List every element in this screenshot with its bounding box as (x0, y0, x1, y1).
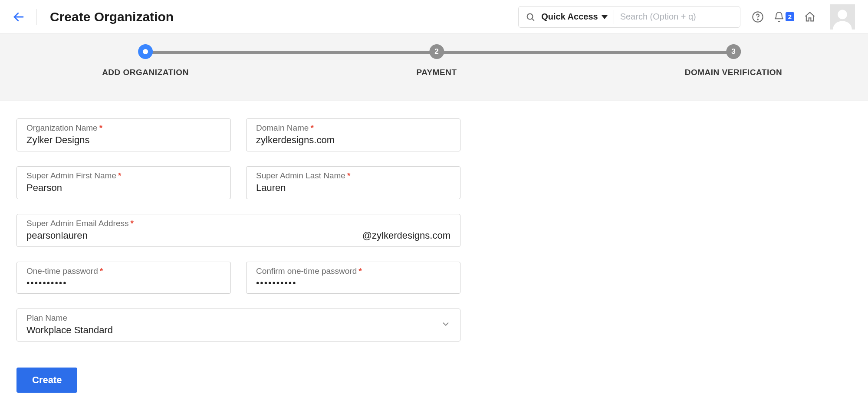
step-circle-3: 3 (726, 44, 741, 59)
create-button[interactable]: Create (16, 368, 77, 393)
step-label: ADD ORGANIZATION (102, 68, 189, 77)
last-name-field: Super Admin Last Name* (246, 166, 460, 199)
header-actions: 2 (752, 4, 855, 30)
field-label: Confirm one-time password* (256, 266, 450, 276)
step-circle-1 (138, 44, 153, 59)
field-label: Plan Name (26, 313, 450, 323)
svg-line-2 (532, 19, 534, 20)
step-label: DOMAIN VERIFICATION (685, 68, 782, 77)
step-domain-verification[interactable]: 3 DOMAIN VERIFICATION (685, 44, 782, 77)
search-divider (614, 10, 614, 24)
header: Create Organization Quick Access 2 (0, 0, 868, 34)
bell-icon (773, 11, 785, 23)
arrow-left-icon (12, 10, 25, 23)
form-area: Organization Name* Domain Name* Super Ad… (0, 101, 868, 410)
notification-badge: 2 (786, 12, 794, 21)
back-button[interactable] (11, 10, 26, 24)
field-label: Super Admin First Name* (26, 171, 221, 181)
plan-value: Workplace Standard (26, 325, 450, 336)
page-title: Create Organization (50, 10, 174, 24)
org-name-field: Organization Name* (16, 118, 231, 151)
stepper: ADD ORGANIZATION 2 PAYMENT 3 DOMAIN VERI… (0, 34, 868, 101)
chevron-down-icon (441, 319, 450, 331)
quick-access-label: Quick Access (541, 12, 598, 22)
search-input[interactable] (620, 12, 733, 22)
first-name-field: Super Admin First Name* (16, 166, 231, 199)
domain-name-field: Domain Name* (246, 118, 460, 151)
search-bar: Quick Access (518, 6, 740, 28)
quick-access-dropdown[interactable]: Quick Access (541, 12, 607, 22)
last-name-input[interactable] (256, 182, 450, 194)
field-label: Domain Name* (256, 123, 450, 133)
step-label: PAYMENT (416, 68, 457, 77)
help-icon[interactable] (752, 11, 764, 23)
caret-down-icon (602, 15, 608, 19)
svg-point-5 (838, 10, 847, 19)
step-payment[interactable]: 2 PAYMENT (416, 44, 457, 77)
plan-select[interactable]: Plan Name Workplace Standard (16, 309, 460, 341)
svg-point-4 (757, 19, 758, 20)
field-label: One-time password* (26, 266, 221, 276)
step-circle-2: 2 (429, 44, 444, 59)
field-label: Super Admin Email Address* (26, 219, 450, 228)
domain-name-input[interactable] (256, 135, 450, 146)
user-icon (831, 7, 854, 30)
otp-field: One-time password* •••••••••• (16, 262, 231, 294)
otp-confirm-field: Confirm one-time password* •••••••••• (246, 262, 460, 294)
header-divider (36, 9, 37, 25)
otp-confirm-input[interactable]: •••••••••• (256, 278, 450, 288)
avatar[interactable] (830, 4, 855, 30)
step-add-organization[interactable]: ADD ORGANIZATION (102, 44, 189, 77)
otp-input[interactable]: •••••••••• (26, 278, 221, 288)
first-name-input[interactable] (26, 182, 221, 194)
field-label: Super Admin Last Name* (256, 171, 450, 181)
home-icon[interactable] (804, 11, 816, 23)
email-field: Super Admin Email Address* @zylkerdesign… (16, 214, 460, 247)
email-local-input[interactable] (26, 230, 362, 241)
notifications-button[interactable]: 2 (773, 11, 794, 23)
field-label: Organization Name* (26, 123, 221, 133)
org-name-input[interactable] (26, 135, 221, 146)
email-domain-suffix: @zylkerdesigns.com (362, 230, 450, 241)
search-icon (526, 12, 535, 22)
